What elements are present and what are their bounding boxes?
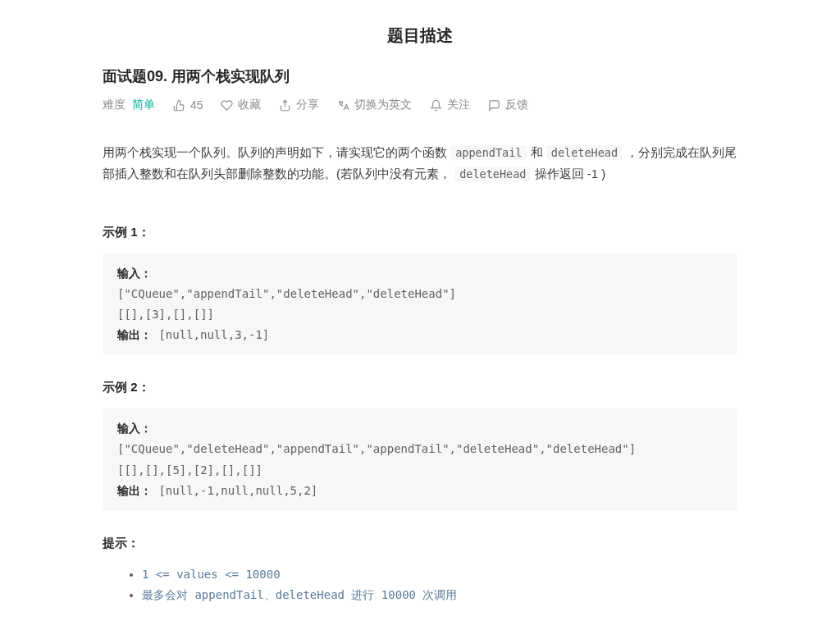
meta-row: 难度 简单 45 收藏 分享 xyxy=(103,98,737,112)
feedback-button[interactable]: 反馈 xyxy=(488,98,528,112)
example-label: 示例 1： xyxy=(103,225,737,240)
example-block: 输入： ["CQueue","appendTail","deleteHead",… xyxy=(103,253,737,356)
like-count: 45 xyxy=(190,98,203,112)
share-button[interactable]: 分享 xyxy=(279,98,319,112)
thumbs-up-icon xyxy=(173,99,185,112)
problem-description: 用两个栈实现一个队列。队列的声明如下，请实现它的两个函数 appendTail … xyxy=(103,142,737,185)
list-item: 最多会对 appendTail、deleteHead 进行 10000 次调用 xyxy=(142,585,737,605)
hints-list: 1 <= values <= 10000 最多会对 appendTail、del… xyxy=(103,564,737,605)
heart-icon xyxy=(221,99,233,112)
follow-button[interactable]: 关注 xyxy=(430,98,470,112)
share-icon xyxy=(279,99,291,112)
feedback-label: 反馈 xyxy=(505,98,528,112)
problem-title: 面试题09. 用两个栈实现队列 xyxy=(103,66,737,86)
page-title: 题目描述 xyxy=(0,0,840,66)
code-inline: deleteHead xyxy=(454,167,531,181)
example-label: 示例 2： xyxy=(103,380,737,395)
switch-language-label: 切换为英文 xyxy=(354,98,412,112)
chat-icon xyxy=(488,99,500,112)
bell-icon xyxy=(430,99,442,112)
hints-label: 提示： xyxy=(103,536,737,551)
difficulty-value: 简单 xyxy=(132,98,155,111)
like-button[interactable]: 45 xyxy=(173,98,203,112)
translate-icon xyxy=(337,99,349,112)
difficulty-label: 难度 xyxy=(103,98,126,111)
code-inline: deleteHead xyxy=(546,145,623,160)
list-item: 1 <= values <= 10000 xyxy=(142,564,737,585)
example-block: 输入： ["CQueue","deleteHead","appendTail",… xyxy=(103,409,737,511)
favorite-button[interactable]: 收藏 xyxy=(221,98,261,112)
share-label: 分享 xyxy=(296,98,319,112)
follow-label: 关注 xyxy=(447,98,470,112)
difficulty: 难度 简单 xyxy=(103,98,155,112)
switch-language-button[interactable]: 切换为英文 xyxy=(337,98,412,112)
code-inline: appendTail xyxy=(450,145,527,160)
favorite-label: 收藏 xyxy=(238,98,261,112)
